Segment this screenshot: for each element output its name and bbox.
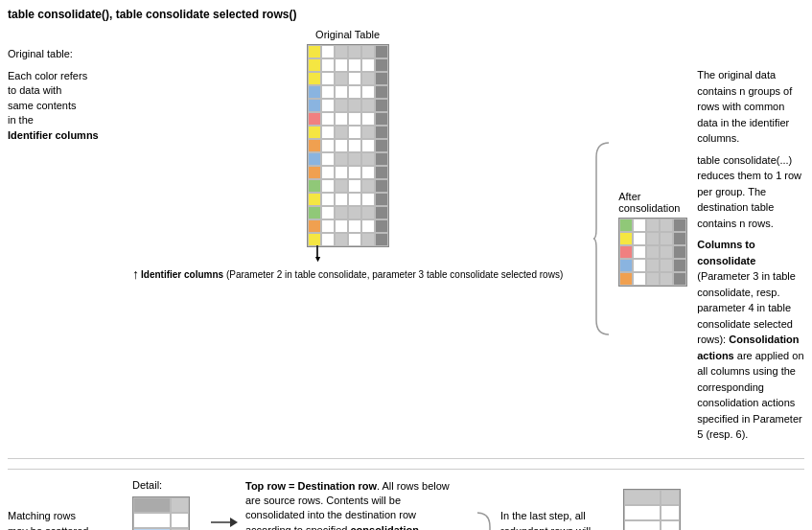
left-labels: Original table: Each color refers to dat… [8,29,132,143]
identifier-arrow: ↑ Identifier columns (Parameter 2 in tab… [132,266,563,282]
after-consolidation-caption: After consolidation [618,191,687,214]
original-table [307,44,389,247]
original-table-label: Original table: [8,48,132,59]
right-description: The original data contains n groups of r… [697,48,804,443]
right-p1: The original data contains n groups of r… [697,67,804,147]
bottom-middle: Top row = Destination row. All rows belo… [245,479,456,531]
final-row [624,505,680,520]
matching-rows-label2: may be scattered [8,523,132,530]
final-table-area [623,489,681,531]
color-ref-label: Each color refers to data with same cont… [8,69,132,143]
detail-caption: Detail: [132,479,190,491]
original-table-area: Original Table [132,29,563,282]
bottom-detail-area: Detail: [132,479,190,531]
bottom-left-labels: Matching rows may be scattered across th… [8,479,132,531]
page-title: table consolidate(), table consolidate s… [8,8,804,21]
right-p3: Columns to consolidate (Parameter 3 in t… [697,237,804,443]
right-p2: table consolidate(...) reduces them to 1… [697,152,804,232]
curly-bracket [592,138,611,339]
final-row [624,520,680,531]
after-table [618,218,687,287]
last-step-text: In the last step, all redundant rows wil… [500,508,604,531]
original-table-caption: Original Table [315,29,380,40]
svg-marker-1 [230,518,238,527]
top-row-label: Top row = Destination row. All rows belo… [245,479,456,531]
matching-rows-label: Matching rows [8,508,132,524]
section-divider [8,458,804,459]
detail-row [133,497,189,513]
bottom-section: Matching rows may be scattered across th… [8,469,804,531]
final-row [624,490,680,505]
detail-row [133,513,189,528]
curly-bracket-right [476,508,495,531]
arrow-to-middle [209,508,238,531]
